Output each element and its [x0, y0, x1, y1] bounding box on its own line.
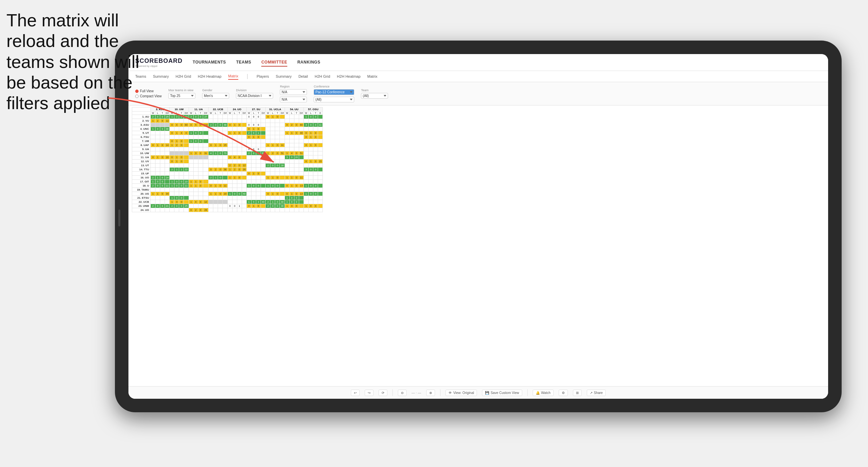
- gender-select[interactable]: Men's Women's: [202, 93, 229, 99]
- matrix-cell: [285, 147, 289, 151]
- tablet-side-button[interactable]: [118, 210, 120, 226]
- uo-l-header: L: [232, 112, 237, 115]
- region-select-2[interactable]: N/A: [280, 97, 307, 102]
- matrix-cell: 31: [203, 151, 209, 155]
- table-row: 5. UT014010011020111040010: [132, 131, 323, 135]
- matrix-cell: [318, 192, 323, 196]
- matrix-cell: 0: [209, 168, 213, 172]
- matrix-cell: [218, 155, 223, 159]
- matrix-cell: [218, 119, 223, 123]
- sub-nav-summary-teams[interactable]: Summary: [153, 73, 169, 79]
- ucla-w-header: W: [266, 112, 270, 115]
- matrix-cell: 0: [179, 143, 184, 147]
- sub-nav-players[interactable]: Players: [257, 73, 269, 79]
- redo-button[interactable]: ↪: [365, 390, 373, 396]
- zoom-in-button[interactable]: ⊕: [426, 390, 435, 396]
- zoom-out-button[interactable]: ⊖: [398, 390, 407, 396]
- matrix-cell: [285, 159, 289, 164]
- sub-nav-h2h-heatmap[interactable]: H2H Heatmap: [198, 73, 221, 79]
- sub-nav-matrix[interactable]: Matrix: [228, 73, 238, 80]
- sub-nav-matrix-players[interactable]: Matrix: [367, 73, 378, 79]
- sub-nav-summary-players[interactable]: Summary: [276, 73, 292, 79]
- matrix-cell: [318, 180, 323, 184]
- matrix-cell: [294, 188, 299, 192]
- undo-button[interactable]: ↩: [351, 390, 360, 396]
- matrix-cell: [251, 196, 256, 200]
- team-select[interactable]: (All): [361, 93, 388, 99]
- matrix-cell: 0: [275, 164, 280, 168]
- conference-select[interactable]: Pac-12 Conference (All) ACC Big Ten: [314, 89, 354, 95]
- matrix-cell: [218, 164, 223, 168]
- matrix-cell: 0: [174, 196, 179, 200]
- matrix-cell: 0: [309, 123, 313, 127]
- matrix-cell: 0: [218, 192, 223, 196]
- matrix-cell-diagonal: [203, 155, 209, 159]
- matrix-cell: 11: [318, 123, 323, 127]
- matrix-cell-diagonal: [179, 151, 184, 155]
- matrix-cell: [261, 155, 266, 159]
- table-row: 21. ETSU100100: [132, 196, 323, 200]
- matrix-cell: [247, 196, 251, 200]
- row-label: 15. UF: [132, 172, 151, 176]
- matrix-cell: 3: [193, 151, 198, 155]
- matrix-cell: [318, 139, 323, 143]
- matrix-cell: [232, 119, 237, 123]
- nav-rankings[interactable]: RANKINGS: [297, 58, 320, 67]
- settings-button[interactable]: ⚙: [559, 390, 568, 396]
- sub-nav-h2h-grid[interactable]: H2H Grid: [175, 73, 191, 79]
- table-row: 7. UM010100: [132, 139, 323, 143]
- matrix-cell: 51: [280, 151, 285, 155]
- matrix-cell: [198, 188, 203, 192]
- nav-teams[interactable]: TEAMS: [236, 58, 251, 67]
- matrix-cell: 0: [160, 204, 165, 208]
- matrix-cell: 0: [313, 168, 318, 172]
- matrix-area[interactable]: 3. ASU 10. UW 11. UA 22. UCB 24. UO 27. …: [128, 105, 828, 386]
- matrix-cell: 1: [270, 176, 275, 180]
- share-button[interactable]: ↗ Share: [587, 390, 606, 396]
- ua-w-header: W: [189, 112, 193, 115]
- sub-nav-h2h-heatmap-players[interactable]: H2H Heatmap: [337, 73, 361, 79]
- matrix-cell: 0: [170, 123, 174, 127]
- matrix-cell: [275, 123, 280, 127]
- matrix-cell: [237, 115, 242, 119]
- matrix-cell: [223, 135, 227, 139]
- matrix-cell: 66: [261, 151, 266, 155]
- matrix-cell: [304, 208, 309, 212]
- matrix-cell: 0: [275, 184, 280, 188]
- watch-button[interactable]: 🔔 Watch: [533, 390, 554, 396]
- nav-tournaments[interactable]: TOURNAMENTS: [193, 58, 226, 67]
- matrix-cell: [209, 172, 213, 176]
- matrix-cell: [151, 131, 155, 135]
- matrix-cell: [242, 172, 246, 176]
- max-teams-select[interactable]: Top 25 Top 10 Top 50: [168, 93, 195, 99]
- matrix-cell: 1: [309, 143, 313, 147]
- matrix-cell: [275, 159, 280, 164]
- matrix-cell: [227, 188, 232, 192]
- matrix-cell: [261, 164, 266, 168]
- matrix-cell: [218, 188, 223, 192]
- view-original-button[interactable]: 👁 View: Original: [445, 390, 477, 396]
- sub-nav-h2h-grid-players[interactable]: H2H Grid: [315, 73, 330, 79]
- matrix-cell: [270, 139, 275, 143]
- matrix-cell: 5: [193, 123, 198, 127]
- grid-button[interactable]: ⊞: [573, 390, 582, 396]
- matrix-cell: 0: [189, 208, 193, 212]
- sub-nav-detail[interactable]: Detail: [298, 73, 308, 79]
- asu-dif-header: Dif: [165, 112, 170, 115]
- refresh-button[interactable]: ⟳: [379, 390, 387, 396]
- region-select[interactable]: N/A East West: [280, 89, 307, 95]
- matrix-cell: [275, 172, 280, 176]
- matrix-cell: [193, 176, 198, 180]
- save-custom-button[interactable]: 💾 Save Custom View: [482, 390, 522, 396]
- nav-committee[interactable]: COMMITTEE: [261, 58, 287, 67]
- matrix-cell: 0: [275, 204, 280, 208]
- matrix-cell: [318, 168, 323, 172]
- matrix-cell: 26: [242, 168, 246, 172]
- osu-t-header: T: [313, 112, 318, 115]
- matrix-cell: [261, 208, 266, 212]
- matrix-cell: [318, 155, 323, 159]
- division-select[interactable]: NCAA Division I NCAA Division II NCAA Di…: [236, 93, 273, 99]
- matrix-cell: [318, 188, 323, 192]
- conference-select-2[interactable]: (All): [314, 97, 354, 102]
- table-row: 15. UF010: [132, 172, 323, 176]
